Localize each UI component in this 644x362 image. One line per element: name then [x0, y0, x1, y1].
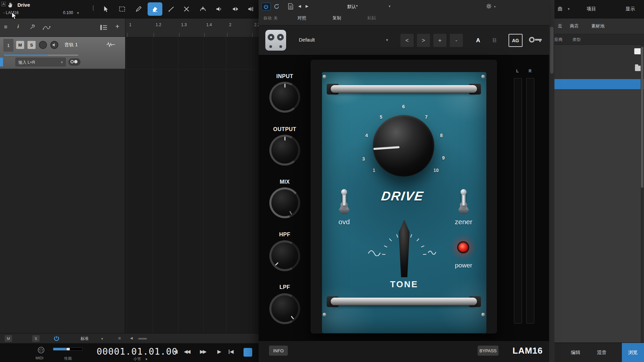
mute-tool-button[interactable]	[179, 2, 194, 16]
eraser-tool-button[interactable]	[148, 2, 162, 16]
ovd-switch[interactable]	[338, 188, 350, 214]
loop-record-icon[interactable]	[273, 3, 280, 10]
zener-switch[interactable]	[458, 188, 470, 214]
preset-prev-button[interactable]: <	[400, 34, 414, 47]
browser-scrollbar[interactable]	[641, 45, 644, 343]
automation-mode-label[interactable]: 自动: 关	[263, 15, 278, 21]
tab-project[interactable]: 项目	[587, 6, 596, 12]
track-solo-button[interactable]: S	[28, 41, 36, 49]
record-arm-button[interactable]	[39, 41, 47, 49]
range-tool-button[interactable]	[115, 2, 129, 16]
browser-scrollbar-thumb[interactable]	[641, 47, 643, 188]
mode-dropdown-icon[interactable]: ▼	[101, 337, 104, 341]
panel-scrollbar[interactable]	[549, 0, 554, 362]
time-unit[interactable]: 小节	[133, 357, 141, 362]
waveform-icon[interactable]	[106, 42, 115, 47]
wrench-icon[interactable]	[29, 24, 36, 31]
page-edit-button[interactable]: 编辑	[564, 350, 587, 356]
hpf-knob[interactable]	[269, 240, 300, 271]
stereo-toggle[interactable]	[68, 58, 80, 66]
automation-icon[interactable]	[42, 25, 51, 30]
gear-icon[interactable]	[486, 3, 492, 9]
swing-dropdown-icon[interactable]: ▼	[76, 11, 79, 15]
return-to-start-button[interactable]: ◀	[229, 349, 234, 355]
track-header[interactable]: 1 M S 音轨 1 输入 L+R ▼	[0, 37, 125, 69]
info-button[interactable]: INFO	[269, 346, 288, 356]
volume-slider-track[interactable]	[48, 55, 78, 56]
audition-tool-button[interactable]	[244, 2, 258, 16]
rewind-button[interactable]: ◀◀	[184, 349, 190, 355]
column-vendor[interactable]: 应商	[554, 37, 562, 43]
subtab-shop[interactable]: 商店	[570, 23, 579, 29]
swing-value[interactable]: 0.100	[63, 10, 73, 15]
collapse-icon[interactable]: ◀	[130, 336, 133, 340]
scrub-tool-button[interactable]	[228, 2, 243, 16]
ab-compare-a-button[interactable]: A	[472, 34, 485, 47]
global-solo-button[interactable]: S	[32, 335, 40, 342]
track-mute-button[interactable]: M	[16, 41, 24, 49]
lpf-knob[interactable]	[269, 293, 300, 324]
panel-scrollbar-thumb[interactable]	[550, 27, 553, 74]
host-preset-dropdown-icon[interactable]: ▼	[388, 5, 391, 8]
play-button[interactable]: ▶	[217, 349, 221, 355]
tracklist-icon[interactable]	[100, 24, 107, 31]
global-mute-button[interactable]: M	[5, 335, 12, 342]
arrow-tool-button[interactable]	[98, 2, 113, 16]
menu-icon[interactable]: ≡	[4, 24, 7, 31]
info-icon[interactable]: i	[17, 23, 19, 29]
track-input-select[interactable]: 输入 L+R ▼	[15, 58, 66, 66]
device-preset-dropdown-icon[interactable]: ▼	[385, 38, 389, 42]
browser-body[interactable]	[554, 89, 644, 343]
paste-button[interactable]: 粘贴	[367, 15, 376, 21]
preset-next-button[interactable]: >	[417, 34, 430, 47]
song-dropdown-icon[interactable]: ▼	[567, 7, 570, 11]
prev-marker-button[interactable]: ◀	[174, 349, 178, 355]
mini-slider[interactable]	[138, 338, 147, 340]
column-type[interactable]: 类型	[573, 37, 581, 43]
add-track-icon[interactable]: +	[115, 23, 119, 31]
device-preset-name[interactable]: Default	[299, 37, 315, 43]
output-knob[interactable]	[269, 135, 300, 166]
arrange-area[interactable]	[125, 37, 259, 333]
preset-add-button[interactable]: +	[433, 34, 446, 47]
monitor-button[interactable]	[50, 41, 58, 49]
ab-compare-b-button[interactable]: B	[488, 34, 501, 47]
browser-rows-area[interactable]	[554, 45, 644, 79]
event-list-icon[interactable]	[288, 3, 293, 10]
gear-dropdown-icon[interactable]: ▾	[494, 5, 496, 8]
mode-select[interactable]: 标准	[80, 336, 89, 342]
volume-slider-fill[interactable]	[4, 55, 48, 56]
hpf-knob-label: HPF	[261, 232, 308, 238]
listen-tool-button[interactable]	[212, 2, 226, 16]
tab-show[interactable]: 显示	[626, 6, 635, 12]
tab-song[interactable]: 曲	[558, 6, 562, 12]
time-display[interactable]: 00001.01.01.00	[97, 346, 178, 357]
page-mix-button[interactable]: 混音	[590, 350, 613, 356]
preset-remove-button[interactable]: -	[450, 34, 463, 47]
knife-tool-button[interactable]	[131, 2, 146, 16]
paint-tool-button[interactable]	[164, 2, 179, 16]
preset-next-icon[interactable]: ▶	[306, 4, 308, 8]
time-unit-dropdown-icon[interactable]: ▼	[145, 358, 148, 361]
track-name[interactable]: 音轨 1	[64, 42, 78, 48]
timeline-ruler[interactable]: 1 1.2 1.3 1.4 2 2.2	[125, 18, 259, 37]
power-icon[interactable]	[54, 336, 59, 341]
page-browse-button[interactable]: 浏览	[622, 343, 644, 362]
subtab-cloud[interactable]: 云	[558, 23, 562, 29]
preset-prev-icon[interactable]: ◀	[298, 4, 301, 8]
plugin-power-button[interactable]	[261, 3, 271, 10]
bypass-button[interactable]: BYPASS	[478, 346, 498, 356]
stop-button[interactable]	[244, 348, 252, 357]
mix-knob[interactable]	[269, 187, 300, 218]
compare-button[interactable]: 对照	[298, 15, 306, 21]
subtab-pool[interactable]: 素材池	[591, 23, 604, 29]
copy-button[interactable]: 复制	[332, 15, 341, 21]
host-preset-name[interactable]: 默认*	[319, 4, 386, 10]
selected-list-item[interactable]	[554, 79, 644, 89]
drive-knob[interactable]	[373, 115, 434, 177]
fast-forward-button[interactable]: ▶▶	[200, 349, 206, 355]
list-icon[interactable]: ≡	[118, 336, 121, 341]
ag-button[interactable]: AG	[508, 34, 523, 47]
bend-tool-button[interactable]	[196, 2, 210, 16]
input-knob[interactable]	[269, 82, 300, 113]
